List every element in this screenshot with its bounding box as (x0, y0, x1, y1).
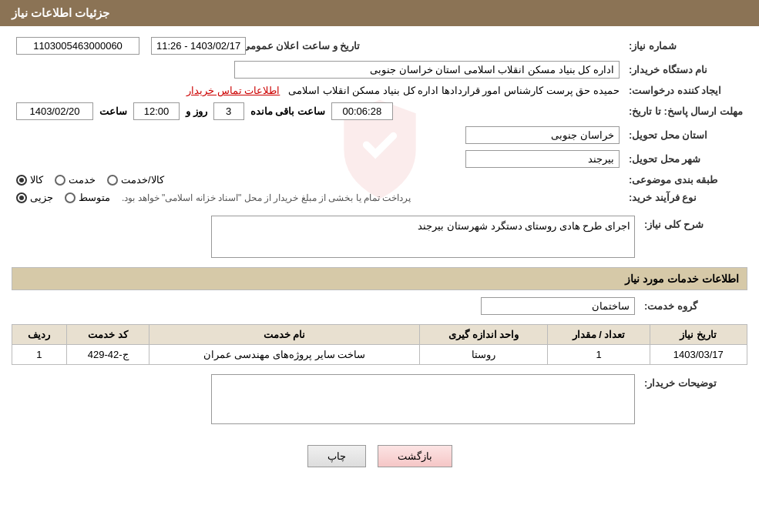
category-kala-radio[interactable] (16, 175, 27, 186)
purchase-jozyi-label: جزیی (30, 192, 53, 203)
category-kala-khedmat-option: کالا/خدمت (107, 174, 164, 186)
contact-link[interactable]: اطلاعات تماس خریدار (186, 85, 280, 96)
table-row: 1403/03/17 1 روستا ساخت سایر پروژه‌های م… (12, 345, 747, 365)
city-label: شهر محل تحویل: (624, 147, 747, 171)
province-display: خراسان جنوبی (465, 126, 620, 144)
row-service-group: گروه خدمت: ساختمان (12, 294, 747, 318)
category-kala-option: کالا (16, 174, 43, 186)
need-number-value: تاریخ و ساعت اعلان عمومی: 1403/02/17 - 1… (12, 34, 624, 58)
main-content: شماره نیاز: تاریخ و ساعت اعلان عمومی: 14… (0, 26, 759, 483)
announce-date-value: 1403/02/17 - 11:26 (151, 37, 246, 55)
page-container: جزئیات اطلاعات نیاز شماره نیاز: تاریخ و … (0, 0, 759, 532)
service-group-label: گروه خدمت: (640, 294, 747, 318)
deadline-value: 00:06:28 ساعت باقی مانده 3 روز و 12:00 س… (12, 99, 624, 123)
cell-row-num: 1 (12, 345, 67, 365)
row-city: شهر محل تحویل: بیرجند (12, 147, 747, 171)
col-service-name: نام خدمت (149, 325, 419, 345)
category-khedmat-option: خدمت (55, 174, 96, 186)
category-khedmat-radio[interactable] (55, 175, 65, 186)
category-khedmat-label: خدمت (69, 174, 96, 186)
col-service-code: کد خدمت (66, 325, 149, 345)
col-date: تاریخ نیاز (650, 325, 747, 345)
deadline-time-label: ساعت (99, 105, 127, 117)
purchase-motavaset-radio[interactable] (65, 192, 76, 203)
row-description: شرح کلی نیاز: اجرای طرح هادی روستای دستگ… (12, 212, 747, 261)
category-value: کالا/خدمت خدمت کالا (12, 171, 624, 189)
deadline-remaining-display: 00:06:28 (331, 102, 393, 120)
row-need-number: شماره نیاز: تاریخ و ساعت اعلان عمومی: 14… (12, 34, 747, 58)
announce-date-label: تاریخ و ساعت اعلان عمومی: (252, 40, 360, 52)
deadline-date-display: 1403/02/20 (16, 102, 93, 120)
print-button[interactable]: چاپ (307, 445, 366, 467)
col-row-num: ردیف (12, 325, 67, 345)
purchase-type-value: پرداخت تمام یا بخشی از مبلغ خریدار از مح… (12, 189, 624, 206)
province-label: استان محل تحویل: (624, 123, 747, 147)
buyer-notes-value (12, 371, 640, 427)
description-value: اجرای طرح هادی روستای دستگرد شهرستان بیر… (12, 212, 640, 261)
buyer-notes-label: توضیحات خریدار: (640, 371, 747, 427)
cell-service-code: ج-42-429 (66, 345, 149, 365)
category-kala-label: کالا (30, 174, 43, 186)
deadline-days-label: روز و (186, 105, 207, 117)
purchase-motavaset-label: متوسط (79, 192, 110, 203)
description-table: شرح کلی نیاز: اجرای طرح هادی روستای دستگ… (12, 212, 747, 261)
need-number-display: 1103005463000060 (16, 37, 139, 55)
col-quantity: تعداد / مقدار (548, 325, 650, 345)
deadline-days-display: 3 (213, 102, 244, 120)
services-table-header-row: تاریخ نیاز تعداد / مقدار واحد اندازه گیر… (12, 325, 747, 345)
description-display: اجرای طرح هادی روستای دستگرد شهرستان بیر… (211, 216, 635, 258)
buyer-org-display: اداره کل بنیاد مسکن انقلاب اسلامی استان … (234, 61, 620, 79)
services-table: تاریخ نیاز تعداد / مقدار واحد اندازه گیر… (12, 324, 747, 365)
info-table: شماره نیاز: تاریخ و ساعت اعلان عمومی: 14… (12, 34, 747, 206)
description-label: شرح کلی نیاز: (640, 212, 747, 261)
services-section-header: اطلاعات خدمات مورد نیاز (12, 267, 747, 290)
province-value: خراسان جنوبی (12, 123, 624, 147)
cell-service-name: ساخت سایر پروژه‌های مهندسی عمران (149, 345, 419, 365)
purchase-motavaset-option: متوسط (65, 192, 110, 203)
service-group-display: ساختمان (481, 297, 635, 315)
row-province: استان محل تحویل: خراسان جنوبی (12, 123, 747, 147)
row-buyer-notes: توضیحات خریدار: (12, 371, 747, 427)
row-category: طبقه بندی موضوعی: کالا/خدمت خدمت (12, 171, 747, 189)
category-kala-khedmat-radio[interactable] (107, 175, 118, 186)
deadline-label: مهلت ارسال پاسخ: تا تاریخ: (624, 99, 747, 123)
city-value: بیرجند (12, 147, 624, 171)
footer-buttons: بازگشت چاپ (12, 433, 747, 475)
requester-value: حمیده حق پرست کارشناس امور قراردادها ادا… (12, 82, 624, 99)
need-number-label: شماره نیاز: (624, 34, 747, 58)
buyer-org-value: اداره کل بنیاد مسکن انقلاب اسلامی استان … (12, 58, 624, 82)
row-deadline: مهلت ارسال پاسخ: تا تاریخ: 00:06:28 ساعت… (12, 99, 747, 123)
requester-label: ایجاد کننده درخواست: (624, 82, 747, 99)
requester-display: حمیده حق پرست کارشناس امور قراردادها ادا… (288, 85, 620, 96)
purchase-note: پرداخت تمام یا بخشی از مبلغ خریدار از مح… (122, 192, 411, 203)
service-group-table: گروه خدمت: ساختمان (12, 294, 747, 318)
purchase-jozyi-radio[interactable] (16, 192, 27, 203)
buyer-notes-display (211, 374, 635, 424)
purchase-jozyi-option: جزیی (16, 192, 53, 203)
cell-quantity: 1 (548, 345, 650, 365)
page-title: جزئیات اطلاعات نیاز (12, 6, 109, 19)
description-text: اجرای طرح هادی روستای دستگرد شهرستان بیر… (418, 220, 630, 232)
service-group-value: ساختمان (12, 294, 640, 318)
deadline-remaining-label: ساعت باقی مانده (250, 105, 325, 117)
row-buyer-org: نام دستگاه خریدار: اداره کل بنیاد مسکن ا… (12, 58, 747, 82)
cell-unit: روستا (419, 345, 548, 365)
notes-table: توضیحات خریدار: (12, 371, 747, 427)
city-display: بیرجند (465, 150, 620, 168)
deadline-time-display: 12:00 (133, 102, 180, 120)
row-requester: ایجاد کننده درخواست: حمیده حق پرست کارشن… (12, 82, 747, 99)
col-unit: واحد اندازه گیری (419, 325, 548, 345)
category-kala-khedmat-label: کالا/خدمت (121, 174, 164, 186)
row-purchase-type: نوع فرآیند خرید: پرداخت تمام یا بخشی از … (12, 189, 747, 206)
back-button[interactable]: بازگشت (378, 445, 452, 467)
category-label: طبقه بندی موضوعی: (624, 171, 747, 189)
cell-date: 1403/03/17 (650, 345, 747, 365)
buyer-org-label: نام دستگاه خریدار: (624, 58, 747, 82)
purchase-type-label: نوع فرآیند خرید: (624, 189, 747, 206)
page-header: جزئیات اطلاعات نیاز (0, 0, 759, 26)
